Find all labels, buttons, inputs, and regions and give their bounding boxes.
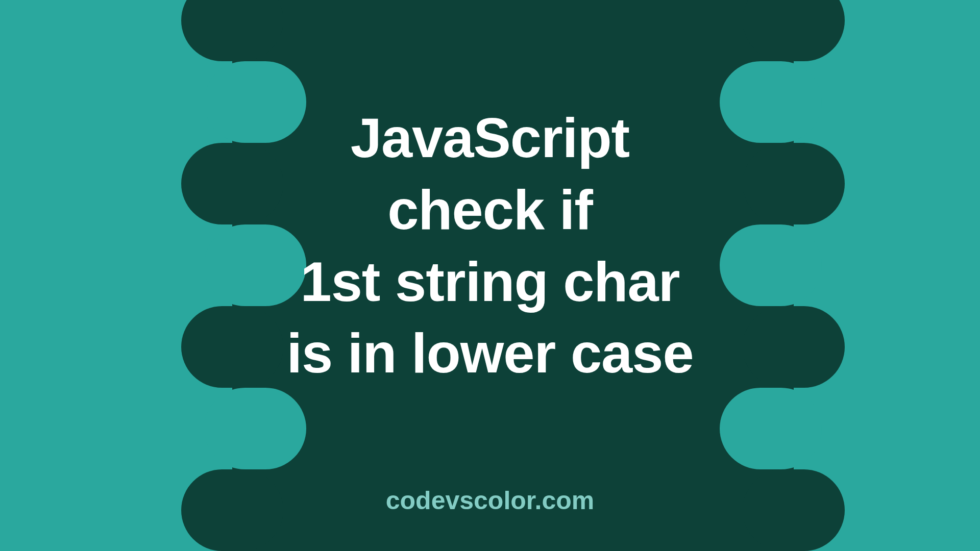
blob-notch xyxy=(720,388,822,469)
site-label: codevscolor.com xyxy=(0,486,980,515)
blob-bump xyxy=(743,0,845,61)
blob-bump xyxy=(181,0,283,61)
title-line: check if xyxy=(0,174,980,246)
title-line: is in lower case xyxy=(0,317,980,389)
blob-notch xyxy=(204,388,306,469)
title-line: JavaScript xyxy=(0,102,980,174)
title-line: 1st string char xyxy=(0,246,980,318)
main-title: JavaScript check if 1st string char is i… xyxy=(0,102,980,389)
